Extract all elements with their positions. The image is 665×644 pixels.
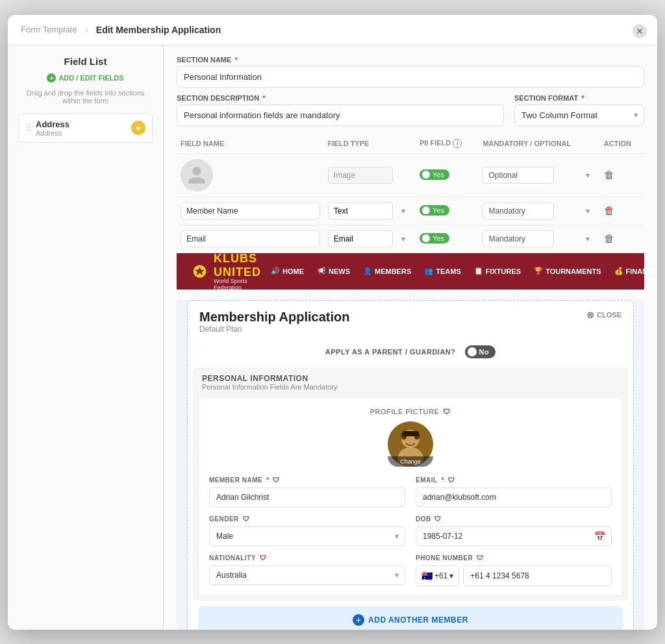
pii-toggle-member[interactable]: Yes — [420, 205, 449, 216]
nav-fixtures[interactable]: 📋 FIXTURES — [474, 267, 521, 275]
sidebar: Field List + ADD / EDIT FIELDS Drag and … — [8, 45, 164, 630]
ku-logo-icon — [192, 259, 207, 284]
guardian-label: APPLY AS A PARENT / GUARDIAN? — [325, 348, 456, 356]
pi-body: PROFILE PICTURE 🛡 — [198, 397, 623, 596]
pii-icon-name: 🛡 — [272, 476, 281, 485]
section-format-select[interactable]: Two Column Format — [514, 105, 644, 126]
toggle-label: Yes — [433, 234, 444, 242]
add-another-member-button[interactable]: + ADD ANOTHER MEMBER — [198, 606, 623, 630]
field-type-image-input — [328, 167, 393, 184]
required-star-fmt: * — [581, 94, 584, 102]
plus-icon: + — [47, 73, 56, 82]
member-name-input[interactable] — [209, 488, 405, 507]
close-circle-icon: ⊗ — [586, 310, 594, 320]
dob-input[interactable] — [416, 526, 612, 546]
list-item[interactable]: ⠿ Address Address ★ — [18, 114, 153, 143]
toggle-dot — [422, 234, 430, 242]
section-name-input[interactable] — [177, 66, 644, 88]
nationality-label: NATIONALITY 🛡 — [209, 554, 405, 563]
delete-button-member[interactable]: 🗑 — [604, 205, 614, 217]
delete-button-email[interactable]: 🗑 — [604, 233, 614, 245]
section-format-group: SECTION FORMAT * Two Column Format — [514, 94, 644, 126]
section-desc-format-row: SECTION DESCRIPTION * SECTION FORMAT * T… — [177, 94, 644, 126]
phone-country-code: +61 — [434, 571, 447, 580]
gender-label: GENDER 🛡 — [209, 515, 405, 524]
table-row: Yes Optional Mandatory — [177, 153, 644, 197]
gender-field: GENDER 🛡 Male Female Other — [209, 515, 405, 546]
membership-plan: Default Plan — [199, 325, 350, 334]
ku-logo-area: KLUBS UNITED World Sports Federation — [192, 252, 271, 291]
toggle-label: Yes — [433, 171, 444, 179]
membership-close-button[interactable]: ⊗ CLOSE — [586, 310, 621, 320]
guardian-toggle[interactable]: No — [465, 345, 496, 358]
mandatory-select-email[interactable]: Mandatory Optional — [483, 230, 554, 247]
pii-toggle-email[interactable]: Yes — [420, 233, 449, 243]
mandatory-select-image[interactable]: Optional Mandatory — [483, 167, 554, 184]
table-header-row: FIELD NAME FIELD TYPE PII FIELD i MANDAT… — [177, 134, 644, 154]
section-format-label: SECTION FORMAT * — [514, 94, 644, 102]
field-type-select-email[interactable]: Email — [328, 230, 393, 247]
field-name-input-member[interactable] — [181, 203, 320, 219]
th-pii: PII FIELD i — [416, 134, 479, 154]
modal-body: Field List + ADD / EDIT FIELDS Drag and … — [8, 45, 657, 630]
phone-country-selector[interactable]: 🇦🇺 +61 ▾ — [416, 565, 459, 586]
pii-icon-email: 🛡 — [447, 476, 456, 485]
modal-close-button[interactable]: ✕ — [633, 24, 647, 38]
field-name-input-email[interactable] — [181, 230, 320, 247]
guardian-toggle-label: No — [479, 348, 490, 356]
pii-icon-dob: 🛡 — [434, 515, 443, 524]
profile-image-wrap: Change — [388, 421, 433, 467]
table-row: Text Yes — [177, 197, 644, 225]
ku-tagline: World Sports Federation — [214, 278, 271, 291]
pii-toggle-image[interactable]: Yes — [420, 169, 449, 180]
nationality-field: NATIONALITY 🛡 Australia — [209, 554, 405, 586]
pii-icon-profile: 🛡 — [442, 407, 451, 416]
ku-name: KLUBS UNITED — [214, 252, 271, 279]
ku-header: KLUBS UNITED World Sports Federation 🔊 H… — [177, 253, 644, 290]
ku-nav: 🔊 HOME 📢 NEWS 👤 MEMBERS 👥 TEAMS 📋 FIXTUR… — [271, 267, 657, 275]
preview-section: KLUBS UNITED World Sports Federation 🔊 H… — [177, 253, 644, 630]
member-name-label: MEMBER NAME * 🛡 — [209, 476, 405, 485]
avatar-placeholder — [181, 159, 213, 192]
email-label: EMAIL * 🛡 — [416, 476, 612, 485]
member-name-field: MEMBER NAME * 🛡 — [209, 476, 405, 507]
add-edit-fields-button[interactable]: + ADD / EDIT FIELDS — [47, 73, 123, 82]
nav-home[interactable]: 🔊 HOME — [271, 267, 304, 275]
guardian-row: APPLY AS A PARENT / GUARDIAN? No — [188, 339, 633, 367]
membership-title: Membership Application — [199, 310, 350, 325]
nationality-select[interactable]: Australia — [209, 565, 405, 585]
email-input[interactable] — [416, 488, 612, 507]
toggle-dot — [422, 206, 430, 214]
th-field-name: FIELD NAME — [177, 134, 324, 154]
personal-info-section: PERSONAL INFORMATION Personal Informatio… — [193, 367, 628, 601]
phone-input[interactable] — [463, 565, 612, 586]
nav-teams[interactable]: 👥 TEAMS — [424, 267, 461, 275]
pii-info-icon[interactable]: i — [453, 139, 462, 148]
delete-button-image[interactable]: 🗑 — [604, 169, 614, 181]
field-type-select-member[interactable]: Text — [328, 203, 393, 219]
mandatory-select-member[interactable]: Mandatory Optional — [483, 203, 554, 219]
au-flag-icon: 🇦🇺 — [421, 571, 433, 581]
gender-select[interactable]: Male Female Other — [209, 526, 405, 546]
section-desc-input[interactable] — [177, 105, 504, 126]
nav-news[interactable]: 📢 NEWS — [317, 267, 350, 275]
toggle-label: Yes — [433, 206, 444, 214]
toggle-dot — [468, 347, 477, 356]
profile-pic-label: PROFILE PICTURE 🛡 — [370, 407, 451, 416]
nav-tournaments[interactable]: 🏆 TOURNAMENTS — [534, 267, 601, 275]
field-type: Address — [36, 129, 69, 137]
modal-container: Form Template › Edit Membership Applicat… — [8, 15, 657, 630]
person-icon — [186, 165, 207, 186]
fields-table: FIELD NAME FIELD TYPE PII FIELD i MANDAT… — [177, 134, 644, 253]
field-badge: ★ — [131, 121, 145, 135]
breadcrumb: Form Template — [21, 25, 77, 34]
svg-rect-9 — [402, 431, 419, 436]
required-star: * — [234, 56, 237, 64]
change-overlay[interactable]: Change — [388, 456, 433, 467]
nav-members[interactable]: 👤 MEMBERS — [363, 267, 411, 275]
nav-finances[interactable]: 💰 FINANCES — [614, 267, 658, 275]
breadcrumb-separator: › — [84, 24, 88, 36]
membership-card: Membership Application Default Plan ⊗ CL… — [187, 300, 634, 630]
pii-icon-gender: 🛡 — [242, 515, 251, 524]
chevron-down-icon: ▾ — [449, 571, 453, 580]
